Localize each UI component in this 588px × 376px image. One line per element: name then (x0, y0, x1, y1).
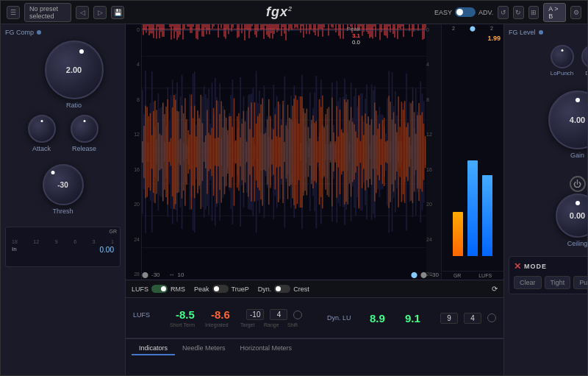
attack-label: Attack (32, 145, 51, 152)
bottom-right-indicators: ⬤ ⬤ -30 (411, 272, 439, 278)
lo-punch-detail-row: LoPunch Detail (509, 45, 587, 77)
lufs-bottom-label: LUFS (478, 273, 492, 278)
redo-icon[interactable]: ↻ (513, 6, 524, 19)
ratio-label: Ratio (66, 102, 82, 109)
gr-display: GR 18 12 9 6 3 1 In 0.00 (5, 227, 121, 267)
peak-toggle-label: Peak (194, 285, 209, 293)
peak-toggle-group: Peak TrueP (194, 285, 249, 293)
gr-value: 0.00 (100, 246, 114, 254)
lufs-readings-label: LUFS (133, 311, 170, 319)
arrow-left-icon[interactable]: ◁ (76, 6, 89, 19)
dyn-circle-btn[interactable] (487, 313, 496, 322)
save-icon[interactable]: 💾 (111, 6, 124, 19)
waveform-canvas (142, 24, 426, 280)
easy-adv-toggle[interactable] (455, 7, 476, 17)
display-area: 0 4 8 12 16 20 24 28 Peak (126, 24, 503, 280)
lufs-toggle-group: LUFS RMS (132, 285, 185, 293)
ceiling-knob-container: 0.00 Ceiling (509, 194, 587, 247)
ratio-knob[interactable]: 2.00 (45, 40, 104, 99)
level-indicator-dot (539, 30, 543, 35)
bottom-scale-indicators: ⬤ -30 ↔ 10 (142, 272, 184, 278)
power-button[interactable]: ⏻ (570, 176, 586, 192)
detail-knob[interactable] (581, 45, 588, 68)
gain-knob[interactable]: 4.00 (548, 91, 588, 149)
crest-toggle-label: Crest (293, 285, 309, 293)
dyn-toggle[interactable] (274, 285, 290, 293)
top-bar-left: ☰ No preset selected ◁ ▷ 💾 (7, 3, 124, 22)
gr-bottom-label: GR (453, 273, 462, 278)
undo-icon[interactable]: ↺ (498, 6, 509, 19)
lufs-bar-right-fill (482, 175, 492, 256)
mode-x-icon: ✕ (514, 261, 521, 272)
lufs-bar-left-fill (467, 160, 478, 256)
range-label: Range (264, 322, 282, 327)
lufs-row: LUFS -8.5 -8.6 -10 4 (133, 308, 305, 321)
tab-horizontal-meters[interactable]: Horizontal Meters (233, 342, 300, 355)
tab-needle-meters[interactable]: Needle Meters (175, 342, 233, 355)
truep-toggle-label: TrueP (232, 285, 249, 293)
fg-level-label: FG Level (509, 29, 587, 36)
lufs-area: 2 ⬤ 2 1.99 (441, 24, 503, 280)
dyn-readings-label: Dyn. LU (327, 314, 364, 322)
lufs-readings-section: LUFS -8.5 -8.6 -10 4 Short Term Integrat… (133, 308, 305, 327)
settings-icon[interactable]: ⚙ (570, 6, 581, 19)
thresh-label: Thresh (52, 207, 73, 215)
tab-indicators[interactable]: Indicators (132, 342, 175, 355)
release-label: Release (72, 145, 96, 152)
fg-comp-label: FG Comp (5, 29, 121, 36)
lufs-top-labels: 2 ⬤ 2 (442, 24, 503, 33)
target-value: -10 (246, 309, 264, 320)
integrated-label: Integrated (205, 322, 234, 327)
gain-dot (576, 98, 580, 102)
refresh-icon[interactable]: ⟳ (492, 285, 498, 293)
arrow-right-icon[interactable]: ▷ (93, 6, 107, 19)
short-term-label: Short Term (170, 322, 199, 327)
mode-tight-btn[interactable]: Tight (545, 276, 571, 289)
ratio-knob-dot (79, 49, 84, 54)
dyn-toggle-group: Dyn. Crest (258, 285, 309, 293)
mode-clear-btn[interactable]: Clear (514, 276, 542, 289)
peak-label: Peak (347, 26, 360, 32)
compare-icon[interactable]: ⊞ (528, 6, 539, 19)
lufs-short-value: -8.5 (176, 308, 205, 321)
menu-icon[interactable]: ☰ (7, 6, 20, 19)
power-button-area: ⏻ (509, 176, 587, 192)
gain-knob-container: 4.00 Gain (509, 91, 587, 159)
lufs-sub-labels: Short Term Integrated Target Range Shift (170, 322, 305, 327)
lufs-circle-btn[interactable] (293, 311, 302, 319)
main-content: FG Comp 2.00 Ratio Attack (1, 24, 587, 375)
gr-ticks: 18 12 9 6 3 1 (9, 239, 117, 244)
lo-punch-group: LoPunch (551, 45, 574, 77)
lo-punch-knob[interactable] (551, 45, 574, 68)
bottom-controls: LUFS RMS Peak TrueP Dyn. Crest ⟳ (126, 280, 503, 375)
target-label: Target (240, 322, 258, 327)
release-knob[interactable] (71, 115, 98, 143)
lufs-toggle-label: LUFS (132, 285, 148, 293)
release-knob-container: Release (71, 115, 98, 152)
lo-punch-dot (561, 49, 563, 52)
ceiling-dot (576, 201, 580, 205)
top-bar-center: fgx2 (129, 4, 430, 20)
peak-clip-value: 3.1 (352, 32, 360, 39)
thresh-value: -30 (57, 181, 68, 189)
lufs-integrated-value: -8.6 (211, 308, 240, 321)
preset-selector[interactable]: No preset selected (24, 3, 71, 22)
mode-buttons: Clear Tight Punchy Loud (514, 276, 587, 289)
gr-title: GR (110, 229, 118, 234)
dyn-value2: 9.1 (405, 312, 434, 324)
lo-punch-label: LoPunch (551, 70, 574, 77)
dyn-range-value2: 4 (464, 313, 481, 324)
lufs-toggle[interactable] (151, 285, 168, 293)
attack-knob-dot (40, 120, 43, 122)
peak-toggle[interactable] (212, 285, 229, 293)
top-bar: ☰ No preset selected ◁ ▷ 💾 fgx2 EASY ADV… (1, 1, 587, 24)
mode-punchy-btn[interactable]: Punchy (573, 276, 587, 289)
ceiling-knob[interactable]: 0.00 (556, 194, 588, 238)
lufs-bar-right (481, 33, 493, 256)
ab-button[interactable]: A > B (543, 3, 566, 22)
attack-knob-container: Attack (28, 115, 56, 152)
peak-value: 0.0 (352, 39, 360, 46)
attack-knob[interactable] (28, 115, 56, 143)
thresh-knob[interactable]: -30 (43, 164, 84, 205)
lufs-bars (442, 33, 503, 271)
